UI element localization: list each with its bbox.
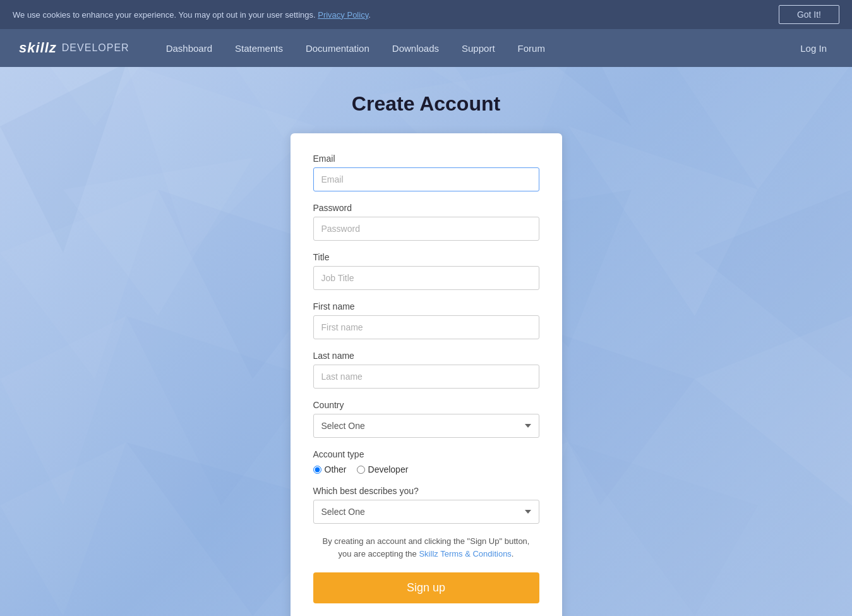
first-name-label: First name	[313, 301, 539, 311]
account-type-label: Account type	[313, 449, 539, 459]
title-label: Title	[313, 252, 539, 262]
main-content: Create Account Email Password Title Firs…	[0, 67, 852, 616]
nav-forum[interactable]: Forum	[507, 29, 556, 67]
radio-other-input[interactable]	[313, 466, 321, 474]
login-link[interactable]: Log In	[794, 43, 833, 54]
nav-dashboard[interactable]: Dashboard	[155, 29, 224, 67]
logo-area: skillz DEVELOPER	[19, 40, 129, 56]
email-input[interactable]	[313, 167, 539, 191]
country-group: Country Select One	[313, 400, 539, 438]
developer-label: DEVELOPER	[62, 42, 129, 54]
signup-button[interactable]: Sign up	[313, 572, 539, 603]
last-name-input[interactable]	[313, 365, 539, 389]
create-account-form: Email Password Title First name Last nam…	[291, 133, 562, 616]
cookie-text: We use cookies to enhance your experienc…	[13, 10, 316, 20]
got-it-button[interactable]: Got It!	[779, 5, 839, 24]
radio-group: Other Developer	[313, 464, 539, 474]
describes-group: Which best describes you? Select One	[313, 486, 539, 524]
first-name-group: First name	[313, 301, 539, 339]
navigation: skillz DEVELOPER Dashboard Statements Do…	[0, 29, 852, 67]
nav-documentation[interactable]: Documentation	[294, 29, 381, 67]
cookie-banner: We use cookies to enhance your experienc…	[0, 0, 852, 29]
page-title: Create Account	[352, 92, 500, 116]
last-name-label: Last name	[313, 351, 539, 361]
radio-other-label: Other	[325, 464, 347, 474]
nav-support[interactable]: Support	[450, 29, 507, 67]
email-group: Email	[313, 154, 539, 191]
terms-link[interactable]: Skillz Terms & Conditions	[419, 549, 511, 559]
skillz-logo: skillz	[19, 40, 57, 56]
password-input[interactable]	[313, 217, 539, 241]
country-select[interactable]: Select One	[313, 414, 539, 438]
first-name-input[interactable]	[313, 315, 539, 339]
privacy-policy-link[interactable]: Privacy Policy	[318, 10, 368, 20]
terms-line1: By creating an account and clicking the …	[323, 536, 530, 546]
title-group: Title	[313, 252, 539, 290]
radio-developer-input[interactable]	[357, 466, 365, 474]
terms-line2: you are accepting the	[339, 549, 417, 559]
account-type-group: Account type Other Developer	[313, 449, 539, 474]
nav-links: Dashboard Statements Documentation Downl…	[155, 29, 795, 67]
cookie-message: We use cookies to enhance your experienc…	[13, 10, 766, 20]
radio-other-option[interactable]: Other	[313, 464, 347, 474]
terms-period: .	[512, 549, 514, 559]
last-name-group: Last name	[313, 351, 539, 389]
radio-developer-label: Developer	[368, 464, 409, 474]
job-title-input[interactable]	[313, 266, 539, 290]
nav-downloads[interactable]: Downloads	[381, 29, 450, 67]
password-label: Password	[313, 203, 539, 213]
country-label: Country	[313, 400, 539, 410]
describes-select[interactable]: Select One	[313, 500, 539, 524]
describes-label: Which best describes you?	[313, 486, 539, 496]
terms-text: By creating an account and clicking the …	[313, 535, 539, 560]
email-label: Email	[313, 154, 539, 164]
radio-developer-option[interactable]: Developer	[357, 464, 409, 474]
password-group: Password	[313, 203, 539, 241]
nav-statements[interactable]: Statements	[224, 29, 294, 67]
